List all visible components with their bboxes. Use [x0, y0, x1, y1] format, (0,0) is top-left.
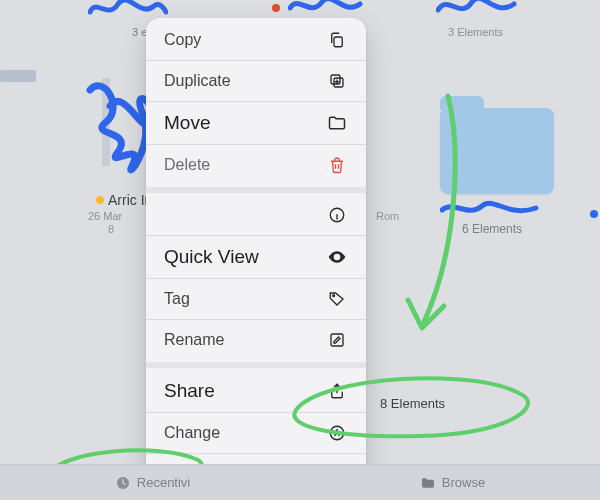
trash-icon: [326, 154, 348, 176]
folder-caption: 6 Elements: [462, 222, 522, 236]
share-icon: [326, 380, 348, 402]
svg-rect-6: [331, 334, 343, 346]
menu-item-delete[interactable]: Delete: [146, 145, 366, 185]
tab-recents[interactable]: Recentivi: [115, 475, 190, 491]
circle-a-icon: [326, 422, 348, 444]
svg-rect-2: [334, 78, 343, 87]
scribble-folder-label: [440, 198, 540, 220]
folder-icon: [326, 112, 348, 134]
menu-item-tag[interactable]: Tag: [146, 279, 366, 319]
eye-icon: [326, 246, 348, 268]
menu-item-duplicate[interactable]: Duplicate: [146, 61, 366, 101]
bottom-tab-bar: Recentivi Browse: [0, 464, 600, 500]
item-c-caption: 3 Elements: [448, 22, 503, 40]
menu-item-quick-view[interactable]: Quick View: [146, 236, 366, 278]
info-icon: [326, 204, 348, 226]
folder-item[interactable]: [440, 108, 554, 194]
copy-icon: [326, 29, 348, 51]
tag-dot-red: [272, 4, 280, 12]
rom-label: Rom: [376, 210, 399, 222]
tag-icon: [326, 288, 348, 310]
tab-recents-label: Recentivi: [137, 475, 190, 490]
file-date: 26 Mar: [88, 210, 122, 222]
menu-item-info[interactable]: [146, 195, 366, 235]
duplicate-icon: [326, 70, 348, 92]
tab-browse[interactable]: Browse: [420, 475, 485, 491]
menu-item-rename[interactable]: Rename: [146, 320, 366, 360]
edit-icon: [326, 329, 348, 351]
tab-browse-label: Browse: [442, 475, 485, 490]
svg-point-5: [333, 295, 335, 297]
sidebar-collapsed-indicator: [0, 70, 36, 82]
menu-item-share[interactable]: Share: [146, 370, 366, 412]
elements-8-label: 8 Elements: [380, 396, 445, 411]
menu-item-change[interactable]: Change: [146, 413, 366, 453]
menu-item-move[interactable]: Move: [146, 102, 366, 144]
svg-rect-1: [334, 37, 342, 47]
menu-item-copy[interactable]: Copy: [146, 20, 366, 60]
svg-rect-3: [331, 75, 340, 84]
tag-dot-yellow: [96, 196, 104, 204]
file-size: 8: [108, 223, 114, 235]
context-menu: Copy Duplicate Move Delete: [146, 18, 366, 496]
folder-solid-icon: [420, 475, 436, 491]
tag-dot-blue-right: [590, 210, 598, 218]
clock-icon: [115, 475, 131, 491]
scribble-top-3: [436, 0, 518, 22]
